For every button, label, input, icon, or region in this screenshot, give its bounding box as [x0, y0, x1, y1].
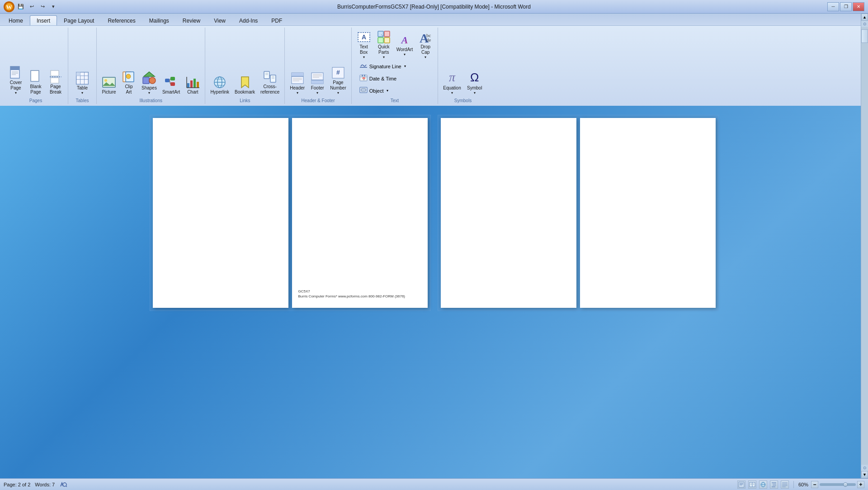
save-quickaccess[interactable]: 💾: [16, 2, 25, 11]
svg-text:A: A: [362, 33, 366, 41]
drop-cap-button[interactable]: A bc de DropCap ▾: [416, 28, 435, 61]
tab-insert[interactable]: Insert: [30, 15, 57, 25]
object-label: Object: [369, 88, 384, 94]
zoom-slider[interactable]: [820, 483, 856, 486]
scroll-thumb[interactable]: [861, 29, 868, 43]
smartart-icon: [164, 75, 179, 90]
table-label: Table: [77, 85, 88, 91]
svg-rect-57: [311, 80, 323, 84]
tab-review[interactable]: Review: [176, 15, 207, 25]
page-group-1: GC5X7 Burris Computer Forms* www.pcforms…: [150, 115, 431, 311]
svg-rect-11: [51, 78, 59, 83]
svg-rect-24: [143, 77, 149, 84]
page-number-icon: #: [331, 66, 345, 80]
pages-container: GC5X7 Burris Computer Forms* www.pcforms…: [150, 115, 719, 490]
text-group-label: Text: [354, 96, 435, 103]
symbol-arrow: ▾: [474, 91, 476, 95]
text-box-button[interactable]: A TextBox ▾: [354, 28, 373, 61]
blank-page-button[interactable]: BlankPage: [26, 68, 45, 96]
tab-page-layout[interactable]: Page Layout: [57, 15, 101, 25]
signature-line-button[interactable]: Signature Line ▾: [356, 61, 435, 72]
page-number-arrow: ▾: [337, 91, 339, 95]
object-arrow: ▾: [387, 89, 388, 93]
pages-buttons: CoverPage ▾ BlankPage: [6, 28, 65, 96]
object-button[interactable]: Object ▾: [356, 85, 435, 96]
page-group-2: [438, 115, 719, 311]
cover-page-button[interactable]: CoverPage ▾: [6, 64, 25, 96]
signature-line-arrow: ▾: [404, 64, 406, 68]
page-break-button[interactable]: PageBreak: [46, 68, 65, 96]
draft-view-button[interactable]: [781, 481, 789, 489]
tab-pdf[interactable]: PDF: [264, 15, 289, 25]
svg-rect-29: [170, 82, 175, 86]
svg-rect-7: [31, 71, 39, 81]
text-box-arrow: ▾: [363, 55, 365, 59]
minimize-button[interactable]: ─: [827, 2, 839, 11]
web-layout-view-button[interactable]: [759, 481, 767, 489]
symbol-icon: Ω: [467, 69, 483, 85]
equation-arrow: ▾: [451, 91, 453, 95]
scroll-browse-down[interactable]: ⊙: [861, 465, 868, 471]
undo-quickaccess[interactable]: ↩: [27, 2, 36, 11]
footer-button[interactable]: Footer ▾: [308, 70, 327, 96]
table-icon: [75, 71, 90, 85]
page-number-button[interactable]: # PageNumber ▾: [328, 64, 349, 96]
zoom-out-button[interactable]: −: [811, 481, 818, 488]
svg-rect-9: [51, 71, 59, 76]
zoom-in-button[interactable]: +: [857, 481, 864, 488]
header-button[interactable]: Header ▾: [288, 70, 307, 96]
svg-text:A: A: [401, 34, 408, 46]
svg-rect-34: [193, 79, 196, 88]
svg-line-30: [170, 79, 170, 80]
tab-view[interactable]: View: [207, 15, 232, 25]
page-2-right[interactable]: [580, 118, 716, 308]
customize-quickaccess[interactable]: ▾: [49, 2, 58, 11]
redo-quickaccess[interactable]: ↪: [38, 2, 47, 11]
equation-button[interactable]: π Equation ▾: [441, 68, 463, 96]
drop-cap-arrow: ▾: [425, 55, 426, 59]
picture-button[interactable]: Picture: [99, 74, 118, 96]
svg-line-31: [170, 80, 170, 84]
svg-rect-69: [384, 38, 390, 43]
tab-home[interactable]: Home: [2, 15, 30, 25]
wordart-button[interactable]: A WordArt ▾: [394, 31, 415, 58]
bookmark-button[interactable]: Bookmark: [232, 74, 257, 96]
scroll-down-button[interactable]: ▼: [861, 471, 868, 478]
tab-addins[interactable]: Add-Ins: [232, 15, 264, 25]
cross-reference-label: Cross-reference: [260, 84, 279, 95]
restore-button[interactable]: ❐: [840, 2, 852, 11]
symbols-group-label: Symbols: [441, 96, 485, 103]
svg-point-83: [63, 483, 66, 486]
scroll-browse-up[interactable]: ⊙: [861, 21, 868, 27]
equation-icon: π: [444, 69, 460, 85]
full-reading-view-button[interactable]: [748, 481, 756, 489]
group-text: A TextBox ▾ QuickParts ▾: [352, 28, 439, 104]
svg-point-25: [149, 77, 156, 84]
date-time-button[interactable]: 📅 Date & Time: [356, 73, 435, 84]
scroll-up-button[interactable]: ▲: [861, 14, 868, 21]
office-logo[interactable]: W: [4, 1, 14, 12]
tab-references[interactable]: References: [101, 15, 142, 25]
clip-art-button[interactable]: ClipArt: [119, 68, 138, 96]
page-1-right[interactable]: GC5X7 Burris Computer Forms* www.pcforms…: [292, 118, 428, 308]
hyperlink-button[interactable]: Hyperlink: [208, 74, 231, 96]
print-layout-view-button[interactable]: [737, 481, 745, 489]
shapes-button[interactable]: Shapes ▾: [139, 70, 159, 96]
page-2-left[interactable]: [441, 118, 576, 308]
cross-reference-button[interactable]: Cross-reference: [258, 68, 282, 96]
chart-button[interactable]: Chart: [183, 74, 202, 96]
clip-art-label: ClipArt: [125, 84, 132, 95]
smartart-button[interactable]: SmartArt: [160, 74, 182, 96]
page-1-left[interactable]: [153, 118, 288, 308]
zoom-thumb[interactable]: [843, 482, 848, 487]
symbol-button[interactable]: Ω Symbol ▾: [464, 68, 485, 96]
table-button[interactable]: Table ▾: [71, 70, 94, 96]
close-button[interactable]: ✕: [853, 2, 864, 11]
svg-rect-27: [165, 79, 170, 82]
proofing-icon[interactable]: [59, 481, 67, 489]
svg-rect-51: [292, 73, 303, 76]
outline-view-button[interactable]: [770, 481, 778, 489]
tab-mailings[interactable]: Mailings: [142, 15, 176, 25]
quick-parts-button[interactable]: QuickParts ▾: [374, 28, 393, 61]
drop-cap-icon: A bc de: [418, 30, 433, 44]
